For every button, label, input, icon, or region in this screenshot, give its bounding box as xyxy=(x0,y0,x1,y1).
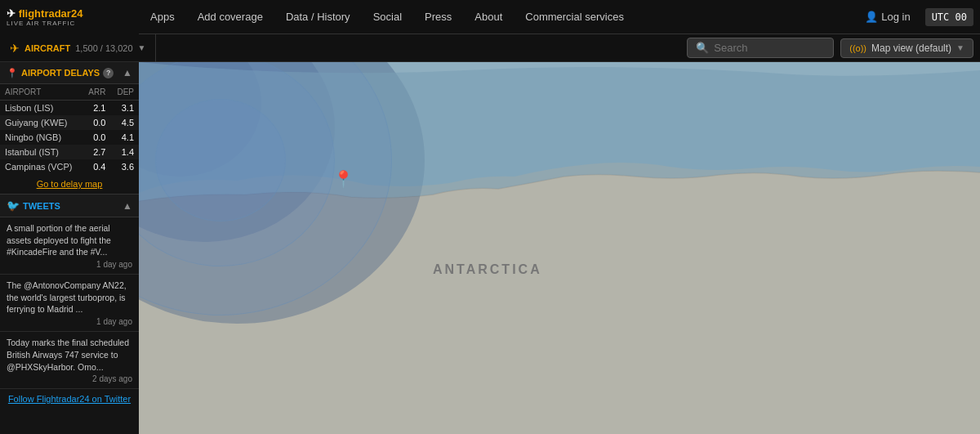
arr-value: 0.4 xyxy=(82,159,110,174)
nav-about[interactable]: About xyxy=(463,0,514,34)
radio-icon: ((o)) xyxy=(849,43,866,53)
table-row: Guiyang (KWE) 0.0 4.5 xyxy=(0,115,139,130)
map-area[interactable]: 📍 ANTARCTICA xyxy=(139,62,980,434)
nav-commercial[interactable]: Commercial services xyxy=(514,0,635,34)
radar-circle-small xyxy=(155,99,286,221)
airport-name: Campinas (VCP) xyxy=(0,159,82,174)
col-arr: ARR xyxy=(82,84,110,101)
nav-data-history[interactable]: Data / History xyxy=(274,0,362,34)
secondary-bar: ✈ AIRCRAFT 1,500 / 13,020 ▼ 🔍 ((o)) Map … xyxy=(0,34,980,62)
arr-value: 2.7 xyxy=(82,145,110,159)
tweet-text: The @AntonovCompany AN22, the world's la… xyxy=(7,280,132,315)
location-pin[interactable]: 📍 xyxy=(333,169,354,189)
search-icon: 🔍 xyxy=(696,42,709,54)
airport-delays-header[interactable]: 📍 AIRPORT DELAYS ? ▲ xyxy=(0,62,139,84)
login-button[interactable]: 👤 Log in xyxy=(857,0,918,34)
arr-value: 0.0 xyxy=(82,115,110,130)
search-area: 🔍 ((o)) Map view (default) ▼ xyxy=(687,38,980,58)
nav-press[interactable]: Press xyxy=(413,0,463,34)
tweets-collapse-icon: ▲ xyxy=(122,200,132,212)
aircraft-label: AIRCRAFT xyxy=(24,43,70,53)
utc-clock: UTC 00 xyxy=(925,8,973,26)
logo-brand: flightradar xyxy=(19,7,71,20)
twitter-follow-link[interactable]: Follow Flightradar24 on Twitter xyxy=(0,389,139,409)
tweet-time: 1 day ago xyxy=(7,315,132,326)
tweets-title: 🐦 TWEETS xyxy=(7,199,60,212)
tweet-time: 1 day ago xyxy=(7,258,132,269)
logo[interactable]: ✈ flightradar24 LIVE AIR TRAFFIC xyxy=(0,0,139,34)
aircraft-filter-button[interactable]: ✈ AIRCRAFT 1,500 / 13,020 ▼ xyxy=(0,34,156,62)
nav-links: Apps Add coverage Data / History Social … xyxy=(139,0,857,34)
tweets-header[interactable]: 🐦 TWEETS ▲ xyxy=(0,194,139,217)
person-icon: 👤 xyxy=(865,11,878,23)
nav-social[interactable]: Social xyxy=(362,0,413,34)
tweet-text: A small portion of the aerial assets dep… xyxy=(7,222,132,258)
tweet-text: Today marks the final scheduled British … xyxy=(7,337,132,373)
arr-value: 0.0 xyxy=(82,130,110,145)
search-input[interactable] xyxy=(714,42,820,54)
airport-delays-title: 📍 AIRPORT DELAYS ? xyxy=(7,68,114,78)
tweet-time: 2 days ago xyxy=(7,373,132,383)
airport-name: Lisbon (LIS) xyxy=(0,101,82,116)
airport-delays-table: AIRPORT ARR DEP Lisbon (LIS) 2.1 3.1 Gui… xyxy=(0,84,139,174)
delay-map-link[interactable]: Go to delay map xyxy=(0,174,139,194)
logo-tagline: LIVE AIR TRAFFIC xyxy=(7,20,82,27)
map-view-chevron-icon: ▼ xyxy=(956,43,964,52)
collapse-arrow-icon: ▲ xyxy=(122,67,132,78)
airport-name: Guiyang (KWE) xyxy=(0,115,82,130)
dep-value: 4.1 xyxy=(110,130,139,145)
arr-value: 2.1 xyxy=(82,101,110,116)
top-navigation: ✈ flightradar24 LIVE AIR TRAFFIC Apps Ad… xyxy=(0,0,980,34)
col-dep: DEP xyxy=(110,84,139,101)
login-label: Log in xyxy=(881,11,910,23)
aircraft-count: 1,500 / 13,020 xyxy=(75,43,132,53)
logo-text: ✈ flightradar24 xyxy=(7,7,82,20)
map-view-label: Map view (default) xyxy=(871,43,951,54)
nav-add-coverage[interactable]: Add coverage xyxy=(186,0,274,34)
tweet-item: The @AntonovCompany AN22, the world's la… xyxy=(0,275,139,332)
table-row: Lisbon (LIS) 2.1 3.1 xyxy=(0,101,139,116)
table-row: Istanbul (IST) 2.7 1.4 xyxy=(0,145,139,159)
sidebar: 📍 AIRPORT DELAYS ? ▲ AIRPORT ARR DEP Lis… xyxy=(0,62,139,434)
nav-right: 👤 Log in UTC 00 xyxy=(857,0,980,34)
tweet-item: Today marks the final scheduled British … xyxy=(0,332,139,389)
table-row: Ningbo (NGB) 0.0 4.1 xyxy=(0,130,139,145)
map-view-button[interactable]: ((o)) Map view (default) ▼ xyxy=(840,38,973,58)
table-row: Campinas (VCP) 0.4 3.6 xyxy=(0,159,139,174)
dep-value: 3.1 xyxy=(110,101,139,116)
tweet-item: A small portion of the aerial assets dep… xyxy=(0,217,139,275)
col-airport: AIRPORT xyxy=(0,84,82,101)
location-icon: 📍 xyxy=(7,68,18,78)
help-icon[interactable]: ? xyxy=(103,68,114,78)
search-box[interactable]: 🔍 xyxy=(687,38,834,58)
plane-icon: ✈ xyxy=(10,42,20,55)
dep-value: 3.6 xyxy=(110,159,139,174)
nav-apps[interactable]: Apps xyxy=(139,0,186,34)
aircraft-chevron-icon: ▼ xyxy=(138,43,146,52)
dep-value: 4.5 xyxy=(110,115,139,130)
airport-name: Istanbul (IST) xyxy=(0,145,82,159)
airport-name: Ningbo (NGB) xyxy=(0,130,82,145)
twitter-icon: 🐦 xyxy=(7,199,20,212)
dep-value: 1.4 xyxy=(110,145,139,159)
